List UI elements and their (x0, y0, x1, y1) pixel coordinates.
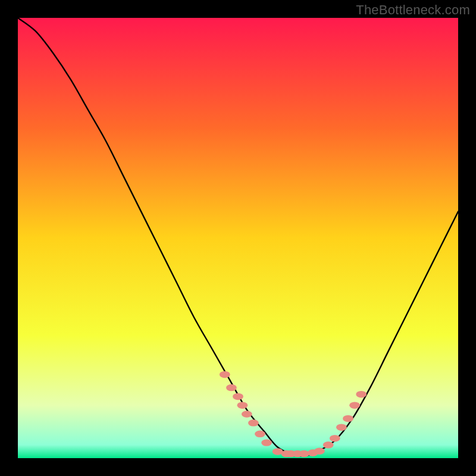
curve-marker (356, 391, 367, 398)
curve-marker (242, 411, 252, 418)
curve-marker (323, 441, 334, 449)
watermark-text: TheBottleneck.com (356, 2, 470, 18)
curve-marker (255, 431, 265, 438)
curve-marker (299, 450, 309, 458)
curve-marker (237, 402, 248, 409)
curve-marker (261, 439, 272, 446)
curve-marker (343, 415, 353, 422)
gradient-background (18, 18, 458, 458)
chart-frame: TheBottleneck.com (0, 0, 476, 476)
curve-marker (330, 435, 340, 442)
curve-marker (336, 424, 347, 431)
chart-svg (18, 18, 458, 458)
curve-marker (220, 371, 230, 378)
curve-marker (314, 447, 325, 455)
curve-marker (349, 402, 360, 409)
curve-marker (248, 419, 259, 427)
plot-area (18, 18, 458, 458)
curve-marker (233, 393, 243, 400)
curve-marker (226, 384, 237, 392)
